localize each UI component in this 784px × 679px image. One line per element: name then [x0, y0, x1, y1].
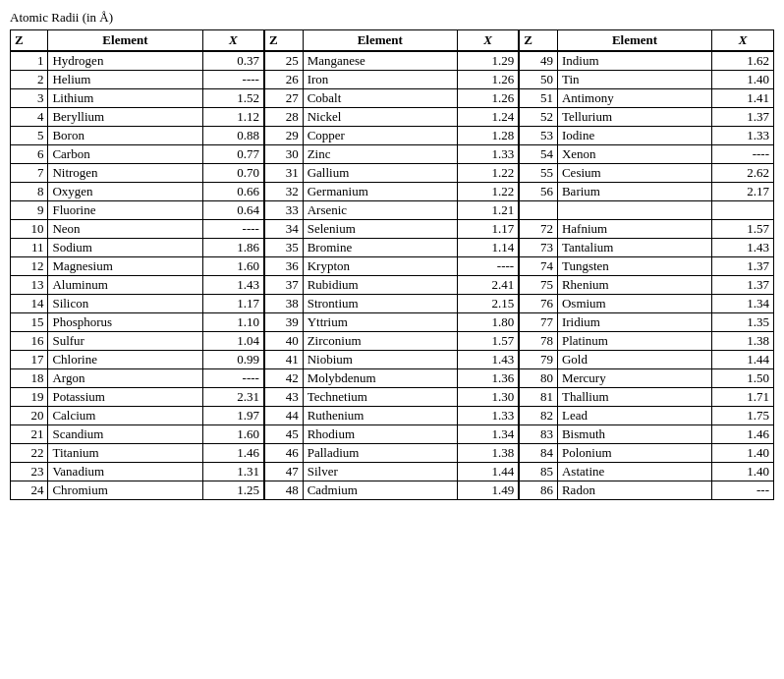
- row-13-col3-z: 76: [519, 295, 557, 313]
- row-0-col2-x: 1.29: [457, 51, 519, 71]
- row-4-col3-z: 53: [519, 127, 557, 145]
- row-5-col1-z: 6: [11, 145, 48, 164]
- table-row: 10Neon----34Selenium1.1772Hafnium1.57: [11, 220, 774, 239]
- header-element1: Element: [48, 30, 202, 52]
- row-4-col2-x: 1.28: [457, 127, 519, 145]
- row-2-col3-x: 1.41: [712, 89, 774, 108]
- row-22-col3-z: 85: [519, 463, 557, 481]
- page-title: Atomic Radii (in Å): [10, 10, 774, 26]
- table-row: 21Scandium1.6045Rhodium1.3483Bismuth1.46: [11, 425, 774, 444]
- row-3-col3-element: Tellurium: [557, 108, 711, 127]
- row-6-col3-z: 55: [519, 164, 557, 183]
- row-21-col1-z: 22: [11, 444, 48, 463]
- row-3-col2-x: 1.24: [457, 108, 519, 127]
- row-2-col3-z: 51: [519, 89, 557, 108]
- row-10-col3-element: Tantalium: [557, 239, 711, 257]
- row-20-col1-element: Scandium: [48, 425, 202, 444]
- row-6-col3-x: 2.62: [712, 164, 774, 183]
- row-12-col2-z: 37: [264, 276, 303, 295]
- row-18-col2-z: 43: [264, 388, 303, 407]
- row-23-col3-element: Radon: [557, 481, 711, 500]
- row-2-col1-z: 3: [11, 89, 48, 108]
- row-7-col3-z: 56: [519, 183, 557, 201]
- row-21-col1-x: 1.46: [202, 444, 264, 463]
- table-row: 1Hydrogen0.3725Manganese1.2949Indium1.62: [11, 51, 774, 71]
- row-18-col1-z: 19: [11, 388, 48, 407]
- row-1-col3-x: 1.40: [712, 71, 774, 89]
- row-0-col1-x: 0.37: [202, 51, 264, 71]
- table-row: 14Silicon1.1738Strontium2.1576Osmium1.34: [11, 295, 774, 313]
- header-element2: Element: [303, 30, 457, 52]
- row-1-col2-x: 1.26: [457, 71, 519, 89]
- row-8-col3-element: [557, 201, 711, 220]
- row-8-col3-z: [519, 201, 557, 220]
- header-element3: Element: [557, 30, 711, 52]
- row-23-col1-x: 1.25: [202, 481, 264, 500]
- row-20-col3-z: 83: [519, 425, 557, 444]
- row-4-col3-x: 1.33: [712, 127, 774, 145]
- row-7-col2-z: 32: [264, 183, 303, 201]
- row-8-col3-x: [712, 201, 774, 220]
- row-14-col2-x: 1.80: [457, 313, 519, 332]
- row-0-col2-z: 25: [264, 51, 303, 71]
- row-11-col3-x: 1.37: [712, 257, 774, 276]
- table-row: 2Helium----26Iron1.2650Tin1.40: [11, 71, 774, 89]
- row-0-col3-z: 49: [519, 51, 557, 71]
- row-14-col2-element: Yttrium: [303, 313, 457, 332]
- row-3-col1-element: Beryllium: [48, 108, 202, 127]
- row-9-col3-x: 1.57: [712, 220, 774, 239]
- row-4-col3-element: Iodine: [557, 127, 711, 145]
- row-18-col3-z: 81: [519, 388, 557, 407]
- row-17-col2-element: Molybdenum: [303, 369, 457, 388]
- row-20-col1-x: 1.60: [202, 425, 264, 444]
- row-17-col1-element: Argon: [48, 369, 202, 388]
- row-6-col1-x: 0.70: [202, 164, 264, 183]
- header-x1: X: [202, 30, 264, 52]
- header-z1: Z: [11, 30, 48, 52]
- table-row: 11Sodium1.8635Bromine1.1473Tantalium1.43: [11, 239, 774, 257]
- row-23-col2-z: 48: [264, 481, 303, 500]
- row-1-col2-element: Iron: [303, 71, 457, 89]
- row-11-col3-z: 74: [519, 257, 557, 276]
- row-14-col3-x: 1.35: [712, 313, 774, 332]
- row-14-col3-z: 77: [519, 313, 557, 332]
- row-12-col2-x: 2.41: [457, 276, 519, 295]
- row-6-col3-element: Cesium: [557, 164, 711, 183]
- row-5-col3-z: 54: [519, 145, 557, 164]
- row-18-col3-element: Thallium: [557, 388, 711, 407]
- row-2-col1-element: Lithium: [48, 89, 202, 108]
- row-15-col3-x: 1.38: [712, 332, 774, 351]
- table-row: 6Carbon0.7730Zinc1.3354Xenon----: [11, 145, 774, 164]
- row-7-col2-element: Germanium: [303, 183, 457, 201]
- row-21-col2-z: 46: [264, 444, 303, 463]
- row-19-col1-x: 1.97: [202, 407, 264, 425]
- row-19-col3-z: 82: [519, 407, 557, 425]
- table-row: 24Chromium1.2548Cadmium1.4986Radon---: [11, 481, 774, 500]
- row-13-col2-x: 2.15: [457, 295, 519, 313]
- row-5-col3-x: ----: [712, 145, 774, 164]
- row-0-col3-x: 1.62: [712, 51, 774, 71]
- row-16-col3-element: Gold: [557, 351, 711, 369]
- table-row: 13Aluminum1.4337Rubidium2.4175Rhenium1.3…: [11, 276, 774, 295]
- row-3-col2-z: 28: [264, 108, 303, 127]
- row-11-col2-x: ----: [457, 257, 519, 276]
- row-10-col2-z: 35: [264, 239, 303, 257]
- table-row: 4Beryllium1.1228Nickel1.2452Tellurium1.3…: [11, 108, 774, 127]
- row-16-col3-z: 79: [519, 351, 557, 369]
- row-5-col3-element: Xenon: [557, 145, 711, 164]
- row-16-col2-element: Niobium: [303, 351, 457, 369]
- row-23-col1-element: Chromium: [48, 481, 202, 500]
- row-19-col1-z: 20: [11, 407, 48, 425]
- atomic-radii-table: Z Element X Z Element X Z Element X 1Hyd…: [10, 29, 774, 500]
- row-15-col2-z: 40: [264, 332, 303, 351]
- row-10-col1-element: Sodium: [48, 239, 202, 257]
- row-20-col2-element: Rhodium: [303, 425, 457, 444]
- table-row: 16Sulfur1.0440Zirconium1.5778Platinum1.3…: [11, 332, 774, 351]
- row-20-col2-x: 1.34: [457, 425, 519, 444]
- row-11-col2-element: Krypton: [303, 257, 457, 276]
- row-4-col2-z: 29: [264, 127, 303, 145]
- row-0-col2-element: Manganese: [303, 51, 457, 71]
- row-11-col1-element: Magnesium: [48, 257, 202, 276]
- row-23-col1-z: 24: [11, 481, 48, 500]
- row-7-col3-x: 2.17: [712, 183, 774, 201]
